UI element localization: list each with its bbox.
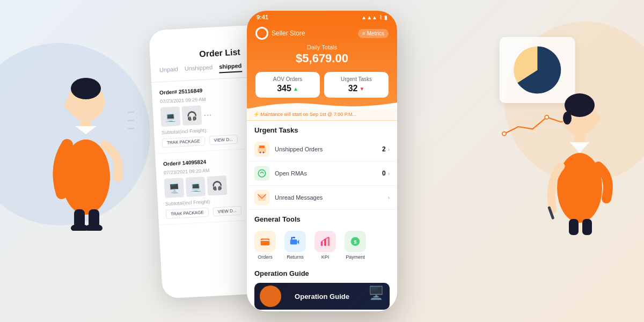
- aov-orders-value: 345 ▲: [261, 84, 314, 93]
- svg-rect-34: [569, 219, 579, 235]
- op-guide-decoration: [260, 286, 281, 307]
- task-open-rmas[interactable]: Open RMAs 0 ›: [247, 162, 397, 186]
- tool-returns[interactable]: Returns: [284, 231, 306, 260]
- open-rmas-icon: [254, 166, 269, 181]
- svg-line-8: [128, 119, 134, 121]
- svg-rect-31: [575, 133, 584, 143]
- track-btn-2[interactable]: TRAK PACKAGE: [166, 208, 209, 219]
- svg-rect-37: [259, 145, 265, 148]
- stats-row: AOV Orders 345 ▲ Urgent Tasks 32 ▼: [255, 72, 389, 98]
- tool-orders[interactable]: Orders: [254, 231, 276, 260]
- maintenance-text: ⚡ Maintance will start on Sep 1st @ 7:00…: [253, 112, 356, 117]
- seller-row: Seller Store ≡ Metrics: [255, 27, 389, 40]
- payment-tool-label: Payment: [346, 254, 365, 260]
- operation-guide-section-title: Operation Guide: [247, 264, 397, 281]
- seller-info: Seller Store: [255, 27, 305, 40]
- phone-header: Seller Store ≡ Metrics Daily Totals $5,6…: [247, 23, 397, 108]
- metrics-label: Metrics: [367, 31, 384, 36]
- svg-rect-43: [262, 239, 268, 240]
- metrics-button[interactable]: ≡ Metrics: [358, 29, 389, 38]
- view-btn-2[interactable]: VIEW D...: [213, 206, 241, 217]
- product-img-2a: 🖥️: [164, 178, 185, 198]
- svg-rect-45: [321, 241, 323, 246]
- unshipped-orders-icon: [254, 142, 269, 157]
- task-unshipped-orders[interactable]: Unshipped Orders 2 ›: [247, 137, 397, 162]
- op-guide-product-icon: 🖥️: [368, 286, 384, 301]
- svg-point-17: [85, 224, 103, 231]
- kpi-tool-icon: [314, 231, 336, 252]
- svg-point-39: [263, 152, 265, 153]
- general-tools-section-title: General Tools: [247, 210, 397, 226]
- tools-grid: Orders Returns: [247, 226, 397, 264]
- illustration-person-left: [38, 27, 134, 231]
- maintenance-banner: ⚡ Maintance will start on Sep 1st @ 7:00…: [247, 108, 397, 121]
- svg-line-7: [128, 110, 134, 113]
- svg-marker-5: [75, 126, 97, 134]
- aov-trend-icon: ▲: [293, 86, 298, 92]
- urgent-tasks-section-title: Urgent Tasks: [247, 121, 397, 137]
- svg-point-40: [258, 170, 266, 177]
- status-bar: 9:41 ▲▲▲ ⌇ ▮: [247, 11, 397, 23]
- svg-point-6: [113, 171, 123, 181]
- tool-payment[interactable]: $ Payment: [345, 231, 366, 260]
- urgent-trend-icon: ▼: [359, 86, 364, 92]
- operation-guide-banner[interactable]: Operation Guide 🖥️: [254, 283, 390, 310]
- svg-point-2: [71, 78, 101, 99]
- tool-kpi[interactable]: KPI: [314, 231, 336, 260]
- open-rmas-count: 0: [382, 170, 386, 177]
- metrics-icon: ≡: [362, 31, 365, 36]
- illustration-person-right: [537, 64, 623, 236]
- svg-rect-44: [290, 239, 297, 244]
- aov-orders-card: AOV Orders 345 ▲: [255, 72, 320, 98]
- aov-orders-label: AOV Orders: [261, 76, 314, 82]
- battery-icon: ▮: [384, 14, 387, 20]
- svg-point-22: [502, 132, 506, 136]
- status-time: 9:41: [257, 14, 268, 20]
- daily-totals-amount: $5,679.00: [255, 52, 389, 65]
- svg-point-29: [563, 112, 572, 125]
- op-guide-text: Operation Guide: [295, 292, 349, 301]
- svg-line-9: [128, 128, 134, 129]
- svg-text:$: $: [354, 239, 356, 245]
- svg-point-16: [71, 224, 88, 231]
- returns-tool-label: Returns: [287, 254, 304, 260]
- order-number-1: Order# 25116849: [159, 87, 203, 96]
- task-unread-messages[interactable]: Unread Messages ›: [247, 186, 397, 210]
- status-icons: ▲▲▲ ⌇ ▮: [361, 14, 387, 20]
- view-btn-1[interactable]: VIEW D...: [209, 135, 238, 145]
- svg-point-3: [64, 99, 73, 110]
- tab-unpaid[interactable]: Unpaid: [159, 65, 179, 76]
- unshipped-orders-count: 2: [382, 145, 386, 153]
- order-number-2: Order# 14095824: [163, 158, 207, 166]
- seller-avatar: [255, 27, 268, 40]
- signal-icon: ▲▲▲: [361, 14, 377, 20]
- kpi-tool-label: KPI: [321, 254, 330, 260]
- daily-totals-label: Daily Totals: [255, 44, 389, 50]
- svg-rect-47: [328, 237, 330, 246]
- svg-marker-32: [570, 142, 589, 153]
- unshipped-chevron: ›: [388, 147, 390, 152]
- rmas-chevron: ›: [388, 171, 390, 177]
- orders-tool-label: Orders: [258, 254, 273, 260]
- orders-tool-icon: [254, 231, 276, 252]
- more-icon: ···: [203, 105, 213, 125]
- svg-rect-35: [582, 219, 592, 235]
- product-img-1b: 🎧: [182, 105, 202, 126]
- tab-unshipped[interactable]: Unshipped: [184, 64, 213, 75]
- seller-name: Seller Store: [272, 30, 305, 37]
- unread-messages-label: Unread Messages: [275, 194, 386, 201]
- phone-content: ⚡ Maintance will start on Sep 1st @ 7:00…: [247, 108, 397, 311]
- product-img-2c: 🎧: [207, 175, 227, 196]
- unshipped-orders-label: Unshipped Orders: [275, 146, 382, 152]
- returns-tool-icon: [284, 231, 306, 252]
- svg-point-30: [593, 113, 601, 123]
- svg-point-38: [260, 152, 261, 153]
- product-img-2b: 💻: [186, 177, 206, 197]
- tab-shipped[interactable]: shipped: [219, 62, 242, 73]
- urgent-tasks-card: Urgent Tasks 32 ▼: [324, 72, 389, 98]
- product-img-1a: 💻: [160, 106, 181, 127]
- track-btn-1[interactable]: TRAK PACKAGE: [162, 136, 205, 148]
- unread-messages-icon: [254, 190, 269, 205]
- svg-rect-36: [258, 147, 266, 153]
- urgent-tasks-value: 32 ▼: [330, 84, 383, 93]
